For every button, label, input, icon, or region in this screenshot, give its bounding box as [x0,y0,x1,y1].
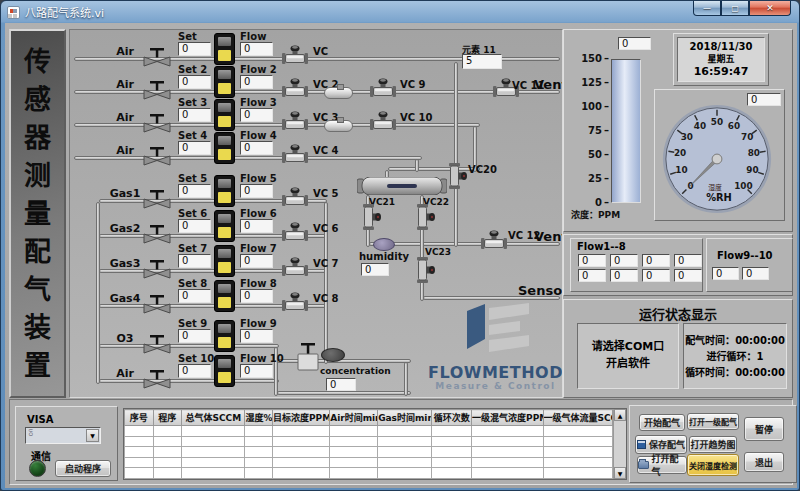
table-cell[interactable] [472,457,543,468]
set-label: Set 5 [178,173,207,184]
table-cell[interactable] [330,426,378,437]
meter-tick: 75 [569,126,609,136]
solenoid-valve-icon [480,230,508,250]
table-cell[interactable] [273,426,330,437]
table-cell[interactable] [245,468,273,479]
table-cell[interactable] [125,447,154,458]
table-cell[interactable] [472,468,543,479]
flow-indicator: 0 [240,364,273,378]
table-header-cell: 一级混气浓度PPM [472,410,543,426]
table-cell[interactable] [543,457,613,468]
start-program-button[interactable]: 启动程序 [55,460,111,477]
table-cell[interactable] [125,457,154,468]
flow-indicator: 0 [240,289,273,303]
table-cell[interactable] [472,447,543,458]
maximize-button[interactable]: ▢ [721,1,749,16]
table-cell[interactable] [153,426,182,437]
scroll-up-icon[interactable]: ▲ [614,409,626,421]
close-humidity-detect-button[interactable]: 关闭湿度检测 [687,454,739,476]
table-cell[interactable] [273,468,330,479]
folder-icon [638,461,649,469]
table-cell[interactable] [153,436,182,447]
set-input[interactable]: 0 [178,141,211,155]
set-input[interactable]: 0 [178,108,211,122]
run-status-title: 运行状态显示 [563,304,793,323]
table-cell[interactable] [432,436,472,447]
table-cell[interactable] [245,447,273,458]
meter-tick: 0 [569,198,609,208]
table-cell[interactable] [432,426,472,437]
table-cell[interactable] [330,447,378,458]
table-cell[interactable] [330,436,378,447]
table-cell[interactable] [245,457,273,468]
table-cell[interactable] [125,468,154,479]
table-scrollbar[interactable]: ▲ ▼ [613,409,626,479]
meter-scale: 150 125 100 75 50 25 0 [569,54,609,208]
flow9-10-group [706,238,793,292]
table-cell[interactable] [182,447,245,458]
table-cell[interactable] [543,447,613,458]
table-cell[interactable] [125,426,154,437]
element11-input[interactable]: 5 [462,54,502,69]
table-cell[interactable] [153,457,182,468]
table-cell[interactable] [330,457,378,468]
start-gas-button[interactable]: 开始配气 [639,414,685,431]
pause-button[interactable]: 暂停 [744,417,784,441]
table-cell[interactable] [543,468,613,479]
table-cell[interactable] [153,447,182,458]
table-header-cell: 序号 [125,410,154,426]
table-cell[interactable] [378,426,432,437]
table-cell[interactable] [182,426,245,437]
table-cell[interactable] [153,468,182,479]
combo-dropdown-arrow[interactable]: ▼ [86,429,99,442]
set-input[interactable]: 0 [178,254,211,268]
exit-button[interactable]: 退出 [744,452,784,472]
table-cell[interactable] [432,457,472,468]
table-cell[interactable] [543,436,613,447]
scroll-down-icon[interactable]: ▼ [614,467,626,479]
table-cell[interactable] [273,457,330,468]
concentration-indicator: 0 [326,378,356,391]
banner-char: 气 [24,271,51,309]
table-cell[interactable] [432,468,472,479]
table-cell[interactable] [273,447,330,458]
open-gas-button[interactable]: 打开配气 [637,456,687,474]
visa-resource-combo[interactable]: I/O ▼ [25,427,101,444]
table-cell[interactable] [273,436,330,447]
vc-label: VC [313,46,328,57]
set-input[interactable]: 0 [178,219,211,233]
set-input[interactable]: 0 [178,364,211,378]
table-cell[interactable] [245,436,273,447]
close-button[interactable]: ✕ [749,1,791,16]
titlebar[interactable]: 八路配气系统.vi [1,1,799,23]
set-input[interactable]: 0 [178,289,211,303]
flow1-8-label: Flow1--8 [577,241,626,252]
table-cell[interactable] [432,447,472,458]
table-cell[interactable] [378,436,432,447]
table-header-cell: 循环次数 [432,410,472,426]
open-trend-button[interactable]: 打开趋势图 [689,436,737,453]
table-cell[interactable] [182,468,245,479]
table-cell[interactable] [330,468,378,479]
open-primary-gas-button[interactable]: 打开一级配气 [687,413,739,430]
set-input[interactable]: 0 [178,42,211,56]
table-cell[interactable] [378,457,432,468]
table-cell[interactable] [472,436,543,447]
table-cell[interactable] [472,426,543,437]
table-cell[interactable] [378,468,432,479]
table-cell[interactable] [543,426,613,437]
table-cell[interactable] [182,457,245,468]
set-input[interactable]: 0 [178,329,211,343]
set-input[interactable]: 0 [178,75,211,89]
flow-label: Flow 8 [240,278,277,289]
table-cell[interactable] [378,447,432,458]
table-cell[interactable] [245,426,273,437]
table-cell[interactable] [125,436,154,447]
table-cell[interactable] [182,436,245,447]
status-message-line: 请选择COM口 [578,338,678,355]
solenoid-valve-icon [281,45,309,65]
set-input[interactable]: 0 [178,184,211,198]
minimize-button[interactable]: — [693,1,721,16]
banner-char: 配 [24,233,51,271]
solenoid-valve-icon [281,78,309,98]
